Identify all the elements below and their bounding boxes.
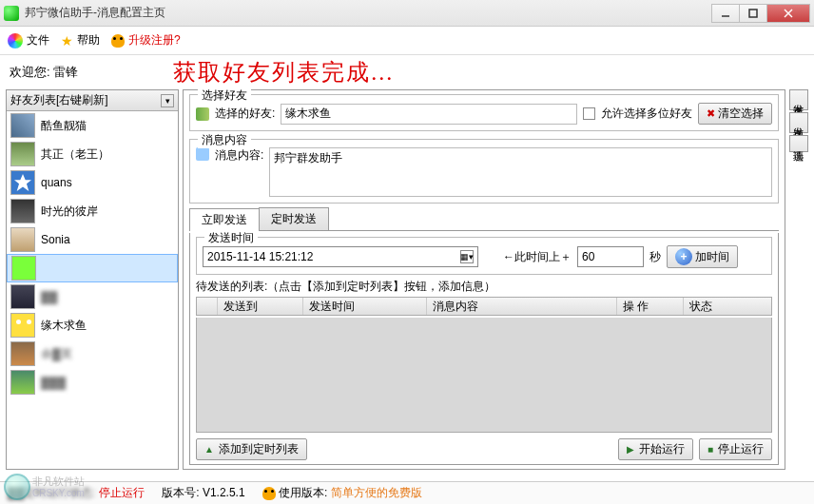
avatar bbox=[10, 113, 35, 138]
sidebar-header[interactable]: 好友列表[右键刷新] ▾ bbox=[7, 90, 178, 111]
version-value: V1.2.5.1 bbox=[203, 486, 245, 499]
status-bar: ▓▓定时运行状态: 停止运行 版本号: V1.2.5.1 使用版本: 简单方便的… bbox=[0, 481, 814, 504]
avatar bbox=[10, 170, 35, 195]
col-blank bbox=[197, 298, 218, 315]
chevron-down-icon[interactable]: ▾ bbox=[161, 94, 174, 107]
allow-multi-checkbox[interactable] bbox=[583, 107, 595, 120]
welcome-row: 欢迎您: 雷锋 获取好友列表完成... bbox=[0, 55, 814, 89]
start-run-button[interactable]: 开始运行 bbox=[618, 438, 693, 460]
friend-name: 其正（老王） bbox=[41, 146, 109, 163]
friend-sidebar: 好友列表[右键刷新] ▾ 酷鱼靓猫 其正（老王） quans 时光的彼岸 Son… bbox=[6, 89, 179, 470]
list-item[interactable]: 时光的彼岸 bbox=[7, 197, 178, 225]
selected-friend-label: 选择的好友: bbox=[215, 106, 275, 122]
mask-icon bbox=[111, 34, 125, 48]
offset-label: ←此时间上＋ bbox=[503, 249, 572, 265]
help-menu[interactable]: ★帮助 bbox=[61, 32, 100, 48]
edition-value: 简单方便的免费版 bbox=[331, 486, 422, 499]
list-item[interactable]: 其正（老王） bbox=[7, 140, 178, 168]
list-item[interactable]: Sonia bbox=[7, 225, 178, 254]
avatar bbox=[10, 284, 35, 309]
main-toolbar: 文件 ★帮助 升级注册? bbox=[0, 27, 814, 55]
message-section: 消息内容 消息内容: 邦宁群发助手 bbox=[189, 139, 779, 204]
tab-send-timed[interactable]: 定时发送 bbox=[259, 207, 329, 230]
title-bar: 邦宁微信助手-消息配置主页 bbox=[0, 0, 814, 27]
list-item[interactable]: quans bbox=[7, 168, 178, 197]
col-state: 状态 bbox=[684, 298, 771, 315]
avatar bbox=[10, 341, 35, 366]
avatar bbox=[10, 313, 35, 338]
add-time-button[interactable]: +加时间 bbox=[667, 245, 738, 268]
selected-friend-value: 缘木求鱼 bbox=[281, 104, 577, 125]
window-title: 邦宁微信助手-消息配置主页 bbox=[25, 5, 712, 21]
main-panel: 选择好友 选择的好友: 缘木求鱼 允许选择多位好友 清空选择 消息内容 消息内容… bbox=[183, 89, 785, 470]
select-friend-section: 选择好友 选择的好友: 缘木求鱼 允许选择多位好友 清空选择 bbox=[189, 94, 779, 131]
message-input[interactable]: 邦宁群发助手 bbox=[269, 147, 772, 197]
upgrade-label: 升级注册? bbox=[128, 32, 181, 48]
pending-list-label: 待发送的列表:（点击【添加到定时列表】按钮，添加信息） bbox=[196, 279, 772, 295]
datetime-value: 2015-11-14 15:21:12 bbox=[207, 250, 313, 263]
avatar bbox=[10, 142, 35, 166]
ball-icon bbox=[8, 33, 23, 48]
offset-input[interactable]: 60 bbox=[577, 246, 644, 267]
offset-unit: 秒 bbox=[649, 249, 661, 265]
rtab-send-log[interactable]: 发送记录 bbox=[789, 112, 808, 133]
status-message: 获取好友列表完成... bbox=[173, 57, 394, 87]
friend-list: 酷鱼靓猫 其正（老王） quans 时光的彼岸 Sonia ▓▓ 缘木求鱼 余▓… bbox=[7, 111, 178, 469]
avatar bbox=[11, 256, 36, 281]
avatar bbox=[10, 199, 35, 223]
friend-name: 时光的彼岸 bbox=[41, 204, 98, 220]
message-icon bbox=[196, 147, 209, 161]
rtab-options[interactable]: 选项 bbox=[789, 135, 808, 152]
avatar bbox=[10, 370, 35, 395]
friend-name: ▓▓ bbox=[41, 290, 58, 303]
friend-name: ▓▓▓ bbox=[41, 376, 66, 389]
window-buttons bbox=[712, 4, 810, 23]
maximize-button[interactable] bbox=[739, 4, 767, 23]
col-content: 消息内容 bbox=[427, 298, 617, 315]
app-icon bbox=[4, 6, 19, 21]
friend-name: 缘木求鱼 bbox=[41, 318, 87, 334]
edition-label: 使用版本: bbox=[279, 486, 327, 499]
run-state-label: ▓▓定时运行状态: bbox=[8, 486, 96, 499]
list-item[interactable]: ▓▓ bbox=[7, 282, 178, 311]
calendar-icon[interactable]: ▦▾ bbox=[460, 250, 474, 263]
sidebar-title: 好友列表[右键刷新] bbox=[10, 92, 108, 108]
file-menu[interactable]: 文件 bbox=[8, 32, 49, 48]
list-item[interactable]: 余▓英 bbox=[7, 339, 178, 368]
svg-rect-1 bbox=[749, 10, 757, 17]
clear-selection-button[interactable]: 清空选择 bbox=[698, 103, 772, 125]
stop-run-button[interactable]: 停止运行 bbox=[699, 438, 772, 460]
close-button[interactable] bbox=[766, 4, 810, 23]
message-label: 消息内容: bbox=[215, 147, 263, 164]
upgrade-link[interactable]: 升级注册? bbox=[111, 32, 181, 48]
schedule-buttons: 添加到定时列表 开始运行 停止运行 bbox=[196, 438, 772, 460]
work-area: 好友列表[右键刷新] ▾ 酷鱼靓猫 其正（老王） quans 时光的彼岸 Son… bbox=[0, 89, 814, 474]
welcome-label: 欢迎您: 雷锋 bbox=[10, 64, 78, 81]
help-label: 帮助 bbox=[77, 32, 100, 48]
file-label: 文件 bbox=[27, 32, 49, 48]
mask-icon bbox=[262, 487, 276, 500]
run-state-value: 停止运行 bbox=[99, 486, 145, 499]
friend-name: 酷鱼靓猫 bbox=[41, 118, 87, 134]
plus-icon: + bbox=[675, 248, 692, 265]
friend-name: quans bbox=[41, 176, 72, 189]
list-item[interactable]: 酷鱼靓猫 bbox=[7, 111, 178, 140]
col-to: 发送到 bbox=[218, 298, 303, 315]
send-time-legend: 发送时间 bbox=[204, 230, 258, 246]
send-tabs: 立即发送 定时发送 bbox=[189, 207, 779, 231]
avatar bbox=[10, 227, 35, 252]
message-legend: 消息内容 bbox=[198, 132, 251, 148]
grid-body[interactable] bbox=[196, 318, 772, 433]
datetime-input[interactable]: 2015-11-14 15:21:12 ▦▾ bbox=[203, 246, 478, 267]
list-item[interactable]: ▓▓▓ bbox=[7, 368, 178, 397]
minimize-button[interactable] bbox=[711, 4, 740, 23]
list-item[interactable]: 缘木求鱼 bbox=[7, 311, 178, 339]
col-time: 发送时间 bbox=[303, 298, 427, 315]
schedule-panel: 发送时间 2015-11-14 15:21:12 ▦▾ ←此时间上＋ 60 秒 … bbox=[189, 233, 779, 465]
list-item[interactable] bbox=[7, 254, 178, 282]
version-label: 版本号: bbox=[162, 486, 199, 499]
rtab-send-page[interactable]: 发送页面 bbox=[789, 89, 808, 110]
friend-name: 余▓英 bbox=[41, 346, 72, 362]
tab-send-now[interactable]: 立即发送 bbox=[189, 208, 260, 231]
add-to-list-button[interactable]: 添加到定时列表 bbox=[196, 438, 307, 460]
